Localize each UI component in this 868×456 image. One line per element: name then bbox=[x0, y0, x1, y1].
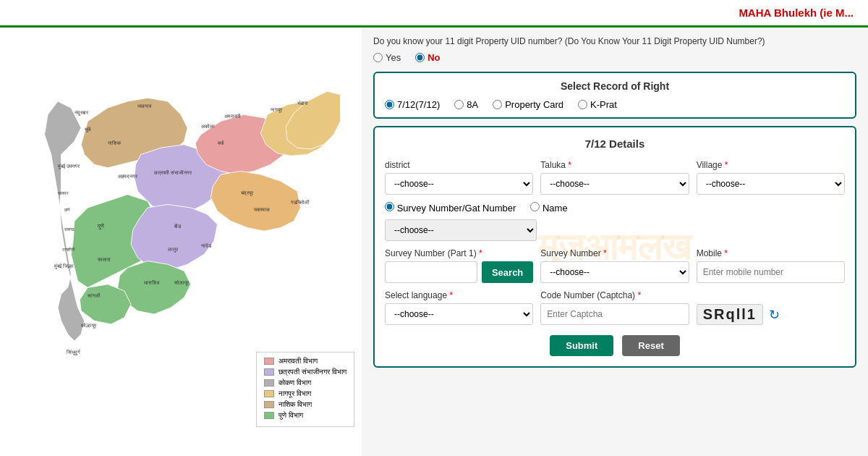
uid-radio-group: Yes No bbox=[373, 52, 856, 63]
record-8a-option[interactable]: 8A bbox=[454, 99, 478, 110]
village-select[interactable]: --choose-- bbox=[697, 173, 845, 195]
name-label: Name bbox=[542, 203, 568, 214]
uid-no-radio[interactable] bbox=[415, 53, 425, 62]
record-box-title: Select Record of Right bbox=[385, 80, 845, 92]
svg-text:धुळे: धुळे bbox=[85, 126, 91, 132]
svg-text:अहमदनगर: अहमदनगर bbox=[118, 173, 138, 180]
uid-yes-option[interactable]: Yes bbox=[373, 52, 401, 63]
svg-text:मुंबई उपनगर: मुंबई उपनगर bbox=[57, 163, 80, 169]
record-propertycard-radio[interactable] bbox=[493, 100, 502, 109]
svg-text:रत्नागिरी: रत्नागिरी bbox=[61, 247, 75, 252]
legend-item: नाशिक विभाग bbox=[264, 400, 346, 409]
taluka-label: Taluka * bbox=[540, 160, 689, 170]
legend-item: छत्रपती संभाजीनगर विभाग bbox=[264, 368, 346, 376]
svg-text:नांदेड: नांदेड bbox=[200, 242, 212, 249]
svg-text:धाराशिव: धाराशिव bbox=[144, 279, 160, 286]
survey-gat-label: Survey Number/Gat Number bbox=[397, 203, 516, 214]
district-group: district --choose-- bbox=[385, 160, 533, 195]
village-group: Village * --choose-- bbox=[697, 160, 845, 195]
legend-label: कोकण विभाग bbox=[278, 379, 311, 387]
uid-no-option[interactable]: No bbox=[415, 52, 440, 63]
name-option[interactable]: Name bbox=[530, 202, 567, 214]
svg-text:नाशिक: नाशिक bbox=[107, 140, 122, 146]
legend-color bbox=[264, 368, 274, 376]
language-select[interactable]: --choose-- bbox=[385, 303, 533, 325]
district-select[interactable]: --choose-- bbox=[385, 173, 533, 195]
uid-yes-label: Yes bbox=[386, 52, 401, 63]
language-label: Select language * bbox=[385, 290, 533, 300]
legend-color bbox=[264, 401, 274, 408]
record-kprat-option[interactable]: K-Prat bbox=[578, 99, 617, 110]
uid-question-text: Do you know your 11 digit Property UID n… bbox=[373, 36, 765, 46]
svg-text:मुंबई जिल्हा: मुंबई जिल्हा bbox=[54, 263, 74, 269]
district-label: district bbox=[385, 160, 533, 170]
reset-button[interactable]: Reset bbox=[622, 335, 679, 356]
map-section: मुंबई उपनगर मुंबई जिल्हा पुणे सातारा सां… bbox=[0, 28, 362, 456]
record-712-option[interactable]: 7/12(7/12) bbox=[385, 99, 440, 110]
svg-text:सिंधुदुर्ग: सिंधुदुर्ग bbox=[66, 349, 80, 355]
captcha-refresh-icon[interactable]: ↻ bbox=[769, 307, 780, 323]
svg-text:चंद्रपूर: चंद्रपूर bbox=[240, 190, 254, 196]
survey-number-label: Survey Number * bbox=[540, 248, 689, 258]
form-buttons: Submit Reset bbox=[385, 335, 845, 356]
svg-text:अमरावती: अमरावती bbox=[224, 113, 241, 119]
details-box-title: 7/12 Details bbox=[385, 138, 845, 150]
legend-label: पुणे विभाग bbox=[278, 411, 303, 420]
search-button[interactable]: Search bbox=[482, 261, 533, 283]
survey-part1-input-group: Search bbox=[385, 261, 533, 283]
submit-button[interactable]: Submit bbox=[550, 335, 613, 356]
main-content: मुंबई उपनगर मुंबई जिल्हा पुणे सातारा सां… bbox=[0, 28, 868, 456]
mobile-input[interactable] bbox=[697, 261, 845, 283]
map-legend: अमरावती विभाग छत्रपती संभाजीनगर विभाग को… bbox=[256, 352, 354, 427]
legend-label: अमरावती विभाग bbox=[278, 357, 318, 366]
svg-text:पुणे: पुणे bbox=[97, 222, 104, 230]
svg-text:रायगड: रायगड bbox=[64, 227, 75, 232]
captcha-input[interactable] bbox=[540, 303, 689, 325]
taluka-select[interactable]: --choose-- bbox=[540, 173, 689, 195]
uid-yes-radio[interactable] bbox=[373, 53, 383, 62]
captcha-label: Code Number (Captcha) * bbox=[540, 290, 689, 300]
legend-label: छत्रपती संभाजीनगर विभाग bbox=[278, 368, 346, 376]
survey-part1-input[interactable] bbox=[385, 261, 477, 283]
svg-text:अकोला: अकोला bbox=[201, 123, 215, 130]
village-label: Village * bbox=[697, 160, 845, 170]
svg-text:गडचिरोली: गडचिरोली bbox=[290, 199, 310, 206]
svg-text:नंदुरबार: नंदुरबार bbox=[74, 109, 89, 116]
header-title: MAHA Bhulekh (ie M... bbox=[739, 7, 854, 19]
survey-part1-group: Survey Number (Part 1) * Search bbox=[385, 248, 533, 283]
details-box: मुजआमलख 7/12 Details district --choose--… bbox=[373, 126, 856, 368]
survey-number-select[interactable]: --choose-- bbox=[540, 261, 689, 283]
svg-text:छत्रपती संभाजीनगर: छत्रपती संभाजीनगर bbox=[153, 169, 192, 176]
survey-type-select[interactable]: --choose-- bbox=[385, 219, 537, 241]
name-radio[interactable] bbox=[530, 202, 540, 211]
captcha-input-group: Code Number (Captcha) * bbox=[540, 290, 689, 325]
record-712-radio[interactable] bbox=[385, 100, 394, 109]
svg-text:ठाणे: ठाणे bbox=[64, 207, 70, 212]
map-container: मुंबई उपनगर मुंबई जिल्हा पुणे सातारा सां… bbox=[0, 28, 362, 456]
legend-label: नागपूर विभाग bbox=[278, 389, 311, 398]
survey-number-group: Survey Number * --choose-- bbox=[540, 248, 689, 283]
record-propertycard-option[interactable]: Property Card bbox=[493, 99, 563, 110]
legend-color bbox=[264, 412, 274, 419]
record-kprat-radio[interactable] bbox=[578, 100, 587, 109]
uid-no-label: No bbox=[427, 52, 440, 63]
legend-item: पुणे विभाग bbox=[264, 411, 346, 420]
survey-gat-radio[interactable] bbox=[385, 202, 394, 211]
legend-label: नाशिक विभाग bbox=[278, 400, 312, 409]
mobile-group: Mobile * bbox=[697, 248, 845, 283]
record-8a-radio[interactable] bbox=[454, 100, 464, 109]
record-box: Select Record of Right 7/12(7/12) 8A Pro… bbox=[373, 72, 856, 119]
legend-color bbox=[264, 390, 274, 397]
survey-gat-option[interactable]: Survey Number/Gat Number bbox=[385, 202, 516, 214]
svg-text:सोलापूर: सोलापूर bbox=[174, 279, 190, 286]
svg-text:वर्धा: वर्धा bbox=[217, 140, 224, 146]
right-panel: Do you know your 11 digit Property UID n… bbox=[362, 28, 868, 456]
record-kprat-label: K-Prat bbox=[590, 99, 617, 110]
legend-item: अमरावती विभाग bbox=[264, 357, 346, 366]
legend-item: कोकण विभाग bbox=[264, 379, 346, 387]
svg-text:बीड: बीड bbox=[174, 223, 182, 229]
svg-text:जळगाव: जळगाव bbox=[137, 103, 152, 109]
captcha-display-group: SRqll1 ↻ bbox=[697, 304, 845, 325]
header: MAHA Bhulekh (ie M... bbox=[0, 0, 868, 28]
uid-question: Do you know your 11 digit Property UID n… bbox=[373, 36, 856, 46]
